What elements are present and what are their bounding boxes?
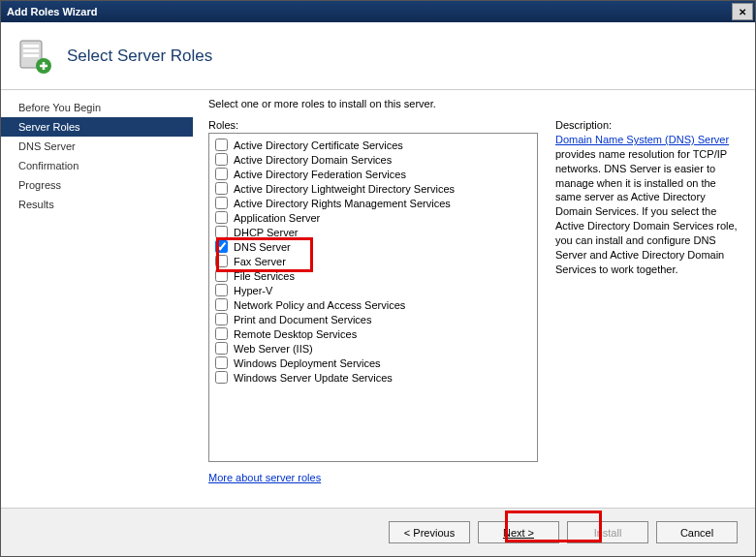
role-label: Active Directory Rights Management Servi… [234, 198, 451, 209]
description-body: provides name resolution for TCP/IP netw… [555, 148, 738, 275]
role-checkbox[interactable] [215, 153, 228, 166]
role-checkbox[interactable] [215, 371, 228, 384]
sidebar-item-confirmation[interactable]: Confirmation [1, 156, 193, 175]
sidebar-item-progress[interactable]: Progress [1, 175, 193, 195]
role-checkbox[interactable] [215, 298, 228, 311]
role-label: DNS Server [234, 241, 291, 253]
role-item[interactable]: File Services [211, 268, 535, 283]
role-label: File Services [234, 270, 295, 282]
role-label: Fax Server [234, 256, 286, 267]
sidebar-item-before-you-begin[interactable]: Before You Begin [1, 98, 193, 117]
role-checkbox[interactable] [215, 139, 228, 151]
page-title: Select Server Roles [67, 46, 212, 66]
wizard-footer: < Previous Next > Install Cancel [1, 508, 755, 556]
description-text: Domain Name System (DNS) Server provides… [555, 133, 741, 276]
role-label: Network Policy and Access Services [234, 299, 405, 311]
next-button[interactable]: Next > [478, 521, 559, 543]
description-label: Description: [555, 119, 741, 131]
role-label: Remote Desktop Services [234, 328, 357, 340]
role-checkbox[interactable] [215, 327, 228, 340]
role-item[interactable]: Web Server (IIS) [211, 341, 535, 356]
role-item[interactable]: Active Directory Federation Services [211, 167, 535, 181]
svg-rect-1 [23, 45, 39, 47]
role-checkbox[interactable] [215, 342, 228, 355]
roles-listbox[interactable]: Active Directory Certificate ServicesAct… [208, 133, 538, 462]
wizard-sidebar: Before You BeginServer RolesDNS ServerCo… [1, 90, 193, 508]
sidebar-item-server-roles[interactable]: Server Roles [1, 117, 193, 137]
titlebar: Add Roles Wizard ✕ [1, 1, 755, 22]
role-item[interactable]: Active Directory Lightweight Directory S… [211, 181, 535, 196]
close-icon: ✕ [739, 7, 746, 17]
role-label: Active Directory Federation Services [234, 169, 406, 180]
role-checkbox[interactable] [215, 269, 228, 282]
role-checkbox[interactable] [215, 356, 228, 369]
role-label: Application Server [234, 212, 320, 224]
role-item[interactable]: Fax Server [211, 254, 535, 268]
window-title: Add Roles Wizard [1, 6, 730, 17]
install-button: Install [567, 521, 648, 543]
instruction-text: Select one or more roles to install on t… [208, 98, 741, 109]
sidebar-item-dns-server[interactable]: DNS Server [1, 137, 193, 156]
wizard-header: Select Server Roles [1, 22, 755, 90]
role-checkbox[interactable] [215, 313, 228, 325]
role-label: Windows Server Update Services [234, 372, 393, 384]
role-checkbox[interactable] [215, 255, 228, 267]
role-checkbox[interactable] [215, 284, 228, 296]
server-role-icon [15, 37, 53, 76]
role-label: Print and Document Services [234, 314, 371, 325]
role-label: Hyper-V [234, 285, 272, 296]
role-item[interactable]: Active Directory Domain Services [211, 152, 535, 167]
role-label: Web Server (IIS) [234, 343, 313, 355]
role-item[interactable]: DHCP Server [211, 225, 535, 239]
svg-rect-3 [23, 54, 39, 57]
role-checkbox[interactable] [215, 240, 228, 253]
role-label: Active Directory Domain Services [234, 154, 392, 166]
previous-button[interactable]: < Previous [389, 521, 470, 543]
role-checkbox[interactable] [215, 197, 228, 209]
role-checkbox[interactable] [215, 182, 228, 195]
sidebar-item-results[interactable]: Results [1, 195, 193, 214]
cancel-button[interactable]: Cancel [656, 521, 738, 543]
role-item[interactable]: Windows Server Update Services [211, 370, 535, 385]
role-item[interactable]: Active Directory Certificate Services [211, 138, 535, 152]
role-item[interactable]: Windows Deployment Services [211, 356, 535, 370]
role-label: DHCP Server [234, 227, 298, 238]
role-checkbox[interactable] [215, 226, 228, 238]
role-item[interactable]: Network Policy and Access Services [211, 297, 535, 312]
role-label: Active Directory Certificate Services [234, 139, 403, 151]
role-checkbox[interactable] [215, 211, 228, 224]
role-item[interactable]: Active Directory Rights Management Servi… [211, 196, 535, 210]
close-button[interactable]: ✕ [732, 3, 753, 20]
role-label: Active Directory Lightweight Directory S… [234, 183, 455, 195]
roles-label: Roles: [208, 119, 538, 131]
more-about-roles-link[interactable]: More about server roles [208, 472, 321, 483]
role-label: Windows Deployment Services [234, 357, 381, 369]
description-link[interactable]: Domain Name System (DNS) Server [555, 134, 729, 145]
role-item[interactable]: Hyper-V [211, 283, 535, 297]
role-item[interactable]: Print and Document Services [211, 312, 535, 326]
role-item[interactable]: Remote Desktop Services [211, 326, 535, 341]
role-item[interactable]: Application Server [211, 210, 535, 225]
role-item[interactable]: DNS Server [211, 239, 535, 254]
role-checkbox[interactable] [215, 168, 228, 180]
svg-rect-2 [23, 49, 39, 52]
